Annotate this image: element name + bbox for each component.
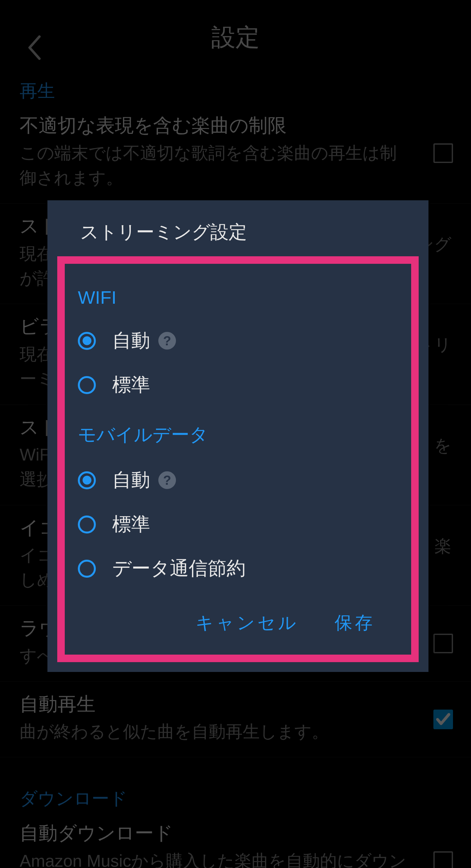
section-header-playback: 再生: [0, 75, 471, 103]
radio-icon: [78, 376, 96, 394]
radio-wifi-standard[interactable]: 標準: [78, 365, 398, 405]
radio-label: 自動: [112, 467, 150, 493]
radio-icon: [78, 471, 96, 489]
row-desc: 曲が終わると似た曲を自動再生します。: [20, 719, 451, 744]
back-button[interactable]: [23, 36, 46, 59]
checkbox[interactable]: [433, 851, 453, 868]
radio-label: データ通信節約: [112, 556, 246, 581]
group-header-mobile: モバイルデータ: [78, 423, 398, 447]
radio-label: 標準: [112, 512, 150, 537]
row-desc: この端末では不適切な歌詞を含む楽曲の再生は制御されます。: [20, 141, 451, 190]
help-icon[interactable]: ?: [158, 471, 176, 489]
dialog-title: ストリーミング設定: [47, 200, 429, 256]
radio-mobile-datasaver[interactable]: データ通信節約: [78, 549, 398, 588]
row-title: 自動再生: [20, 691, 451, 716]
section-header-download: ダウンロード: [0, 757, 471, 811]
row-title: 自動ダウンロード: [20, 820, 451, 845]
radio-mobile-standard[interactable]: 標準: [78, 505, 398, 544]
help-icon[interactable]: ?: [158, 332, 176, 349]
row-desc: Amazon Musicから購入した楽曲を自動的にダウンロードする: [20, 849, 451, 868]
group-header-wifi: WIFI: [78, 287, 398, 308]
radio-label: 標準: [112, 372, 150, 398]
row-explicit-filter[interactable]: 不適切な表現を含む楽曲の制限 この端末では不適切な歌詞を含む楽曲の再生は制御され…: [0, 103, 471, 204]
radio-icon: [78, 516, 96, 533]
radio-mobile-auto[interactable]: 自動 ?: [78, 461, 398, 500]
checkbox[interactable]: [433, 710, 453, 729]
page-title: 設定: [211, 21, 260, 54]
radio-icon: [78, 332, 96, 350]
radio-icon: [78, 560, 96, 578]
row-title: 不適切な表現を含む楽曲の制限: [20, 113, 451, 137]
save-button[interactable]: 保存: [335, 611, 375, 635]
radio-label: 自動: [112, 328, 150, 353]
row-trail: 楽: [434, 535, 451, 558]
checkbox[interactable]: [433, 143, 453, 163]
cancel-button[interactable]: キャンセル: [196, 611, 299, 635]
row-trail: を: [434, 434, 451, 457]
streaming-settings-dialog: ストリーミング設定 WIFI 自動 ? 標準 モバイルデータ 自動 ? 標準 デ…: [47, 200, 429, 672]
row-autoplay[interactable]: 自動再生 曲が終わると似た曲を自動再生します。: [0, 682, 471, 758]
radio-wifi-auto[interactable]: 自動 ?: [78, 321, 398, 360]
row-autodownload[interactable]: 自動ダウンロード Amazon Musicから購入した楽曲を自動的にダウンロード…: [0, 811, 471, 868]
checkbox[interactable]: [433, 634, 453, 653]
dialog-highlight-frame: WIFI 自動 ? 標準 モバイルデータ 自動 ? 標準 データ通信節約 キャン…: [57, 256, 419, 662]
